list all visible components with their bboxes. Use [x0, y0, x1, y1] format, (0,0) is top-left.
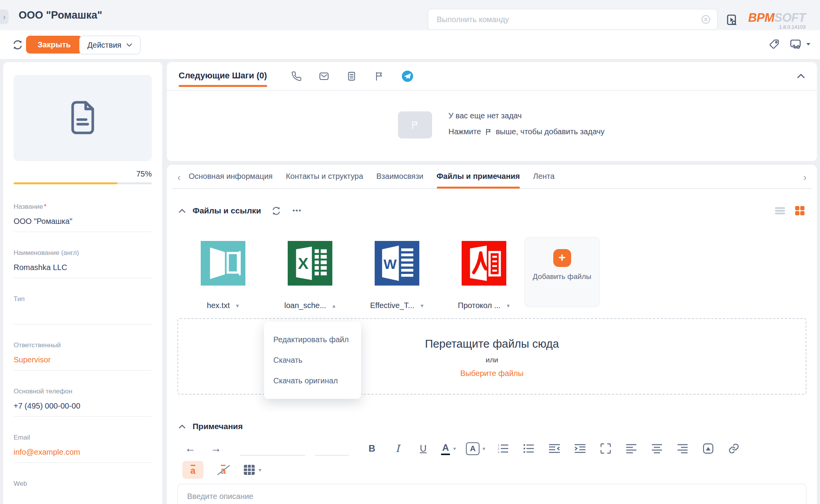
flag-icon[interactable] — [374, 71, 384, 81]
document-icon — [66, 99, 99, 137]
bullet-list-icon[interactable] — [521, 440, 537, 457]
undo-icon[interactable]: ← — [182, 440, 198, 457]
collapse-files-icon[interactable] — [179, 209, 186, 213]
file-tile-xlsx[interactable]: X loan_sche...▴ — [275, 237, 345, 310]
run-command-icon[interactable] — [725, 14, 738, 26]
command-input[interactable] — [436, 15, 701, 24]
bold-icon[interactable]: B — [364, 440, 380, 457]
description-editor[interactable]: Введите описание — [177, 484, 806, 504]
clear-format-icon[interactable]: a — [214, 461, 232, 479]
field-web[interactable]: Web — [14, 480, 152, 488]
field-value[interactable]: +7 (495) 000-00-00 — [14, 402, 152, 417]
add-files-button[interactable]: + Добавить файлы — [525, 237, 599, 307]
tabs-scroll-left-icon[interactable]: ‹ — [172, 171, 186, 184]
field-name[interactable]: Название* ООО "Ромашка" — [14, 203, 152, 232]
actions-dropdown-button[interactable]: Действия — [79, 36, 141, 54]
font-family-select[interactable] — [240, 442, 305, 456]
font-color-icon: A — [441, 442, 450, 455]
files-refresh-icon[interactable] — [271, 206, 281, 216]
list-view-icon[interactable] — [774, 206, 786, 215]
tab-files-notes[interactable]: Файлы и примечания — [437, 166, 520, 189]
field-owner[interactable]: Ответственный Supervisor — [14, 341, 152, 371]
actions-label: Действия — [87, 41, 122, 50]
insert-link-icon[interactable] — [726, 440, 742, 457]
font-color-picker[interactable]: A ▾ — [441, 442, 456, 455]
svg-text:X: X — [298, 255, 308, 272]
tab-contacts-structure[interactable]: Контакты и структура — [286, 166, 363, 189]
file-tiles: hex.txt▾ X loan_sche...▴ W Effective_T..… — [179, 237, 805, 319]
file-tile-pdf[interactable]: Протокол ...▾ — [449, 237, 519, 310]
field-email[interactable]: Email info@example.com — [14, 434, 152, 463]
font-size-select[interactable] — [315, 442, 349, 456]
tag-icon[interactable] — [769, 39, 780, 50]
caret-down-icon[interactable]: ▾ — [507, 302, 510, 309]
svg-text:3: 3 — [498, 451, 499, 454]
next-steps-empty-state: У вас еще нет задач Нажмите выше, чтобы … — [398, 111, 817, 139]
tab-relationships[interactable]: Взаимосвязи — [376, 166, 423, 189]
caret-down-icon[interactable]: ▾ — [420, 302, 424, 309]
fullscreen-icon[interactable] — [598, 440, 613, 457]
field-label: Основной телефон — [14, 388, 152, 395]
file-tile-txt[interactable]: hex.txt▾ — [188, 237, 258, 310]
ordered-list-icon[interactable]: 123 — [495, 440, 511, 457]
collapse-notes-icon[interactable] — [179, 424, 186, 429]
field-value-link[interactable]: info@example.com — [14, 448, 152, 463]
phone-icon[interactable] — [291, 71, 302, 81]
italic-icon[interactable]: I — [390, 440, 405, 457]
tabs: Основная информация Контакты и структура… — [189, 166, 554, 189]
action-bar: Закрыть Действия — [0, 30, 820, 59]
menu-item-edit-file[interactable]: Редактировать файл — [264, 329, 361, 350]
field-value[interactable] — [14, 309, 152, 324]
field-label: Наименование (англ) — [14, 249, 152, 257]
completeness-progressbar — [14, 182, 152, 184]
completeness-percent: 75% — [14, 170, 152, 178]
page-title: ООО "Ромашка" — [19, 9, 102, 21]
menu-item-download[interactable]: Скачать — [264, 350, 361, 371]
align-left-icon[interactable] — [624, 440, 639, 457]
menu-item-download-original[interactable]: Скачать оригинал — [264, 371, 361, 391]
file-tile-docx[interactable]: W Effective_T...▾ — [362, 237, 432, 310]
field-type[interactable]: Тип — [14, 295, 152, 324]
svg-text:W: W — [383, 256, 396, 272]
command-line-box — [428, 9, 718, 30]
caret-down-icon[interactable]: ▾ — [236, 302, 239, 309]
file-name: Протокол ... — [458, 301, 500, 310]
field-name-en[interactable]: Наименование (англ) Romashka LLC — [14, 249, 152, 278]
panel-expander-button[interactable]: › — [0, 9, 9, 24]
underline-icon[interactable]: U — [415, 440, 431, 457]
field-value[interactable]: Romashka LLC — [14, 263, 152, 278]
field-primary-phone[interactable]: Основной телефон +7 (495) 000-00-00 — [14, 388, 152, 417]
decrease-indent-icon[interactable] — [547, 440, 562, 457]
highlight-active-button[interactable]: a — [182, 461, 203, 479]
field-value-link[interactable]: Supervisor — [14, 355, 152, 371]
field-label: Ответственный — [14, 341, 152, 349]
clear-command-icon[interactable] — [701, 14, 711, 24]
profile-fields: Название* ООО "Ромашка" Наименование (ан… — [14, 203, 152, 488]
refresh-icon[interactable] — [12, 39, 24, 51]
tab-feed[interactable]: Лента — [533, 166, 554, 189]
hint-suffix: выше, чтобы добавить задачу — [496, 127, 605, 136]
account-photo-placeholder[interactable] — [14, 75, 152, 161]
redo-icon[interactable]: → — [208, 440, 224, 457]
align-center-icon[interactable] — [649, 440, 665, 457]
background-color-picker[interactable]: A ▾ — [466, 442, 485, 455]
telegram-icon[interactable] — [401, 70, 413, 82]
telephony-settings-icon[interactable] — [789, 38, 811, 50]
files-more-menu-icon[interactable]: ••• — [292, 207, 302, 215]
tabs-scroll-right-icon[interactable]: › — [798, 171, 811, 184]
task-notes-icon[interactable] — [346, 71, 357, 81]
increase-indent-icon[interactable] — [572, 440, 588, 457]
tab-general-info[interactable]: Основная информация — [189, 166, 273, 189]
insert-image-icon[interactable] — [700, 440, 716, 457]
files-section-header: Файлы и ссылки ••• — [167, 190, 817, 216]
insert-table-picker[interactable]: ▾ — [243, 464, 261, 476]
collapse-panel-icon[interactable] — [797, 73, 805, 79]
grid-view-icon[interactable] — [794, 205, 805, 216]
file-name: loan_sche... — [284, 301, 326, 310]
close-button[interactable]: Закрыть — [26, 36, 82, 54]
next-steps-title: Следующие Шаги (0) — [179, 71, 267, 81]
field-value[interactable]: ООО "Ромашка" — [14, 217, 152, 232]
caret-up-icon[interactable]: ▴ — [332, 302, 335, 309]
email-icon[interactable] — [319, 71, 329, 81]
align-right-icon[interactable] — [675, 440, 690, 457]
